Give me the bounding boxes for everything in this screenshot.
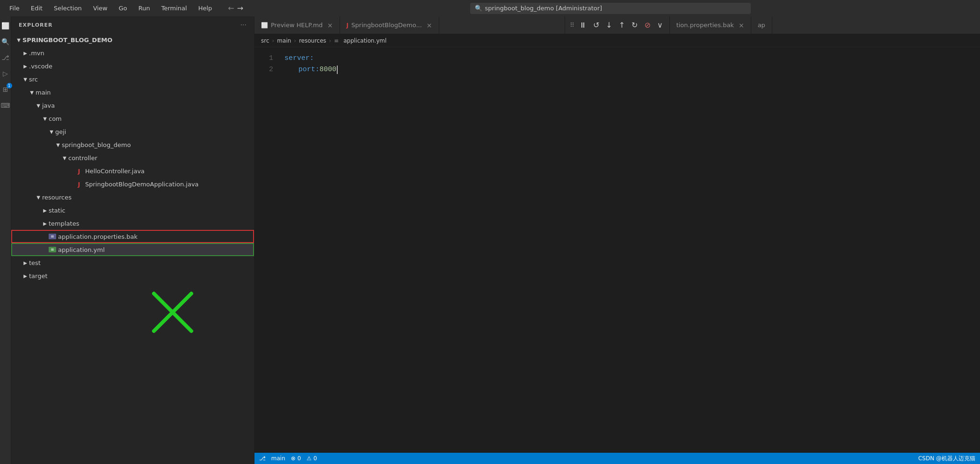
tree-item-vscode[interactable]: .vscode — [11, 59, 254, 73]
tab-preview-close[interactable]: × — [327, 22, 333, 29]
breadcrumb-src[interactable]: src — [261, 37, 269, 44]
tabs-section: ⬜ Preview HELP.md × J SpringbootBlogDemo… — [254, 16, 565, 34]
activity-git-icon[interactable]: ⎇ — [0, 52, 11, 63]
code-port-keyword: port: — [298, 64, 319, 75]
toolbar-pause-btn[interactable]: ⏸ — [577, 20, 588, 30]
tree-item-geji[interactable]: geji — [11, 125, 254, 138]
preview-tab-icon: ⬜ — [261, 22, 268, 29]
tab-springboot[interactable]: J SpringbootBlogDemo... × — [340, 16, 439, 34]
main-chevron — [28, 88, 36, 96]
geji-chevron — [48, 128, 55, 135]
breadcrumb: src › main › resources › ≡ application.y… — [254, 34, 980, 47]
search-icon: 🔍 — [475, 5, 482, 12]
sidebar: EXPLORER ··· SPRINGBOOT_BLOG_DEMO .mvn — [11, 16, 254, 464]
yml-icon — [49, 247, 56, 252]
java-folder-label: java — [42, 102, 55, 109]
java-folder-chevron — [35, 102, 42, 109]
menu-bar: File Edit Selection View Go Run Terminal… — [0, 0, 980, 16]
tree-item-java-folder[interactable]: java — [11, 99, 254, 112]
activity-files-icon[interactable]: ⬜ — [0, 20, 11, 31]
code-line-2: port: 8000 — [284, 64, 980, 75]
status-warnings-icon: ⚠ 0 — [306, 455, 317, 462]
tab-springboot-label: SpringbootBlogDemo... — [351, 22, 422, 29]
breadcrumb-sep1: › — [272, 37, 275, 44]
sidebar-more-icon[interactable]: ··· — [240, 21, 247, 29]
tree-item-static[interactable]: static — [11, 204, 254, 217]
target-label: target — [29, 273, 48, 280]
springbootapp-label: SpringbootBlogDemoApplication.java — [85, 181, 199, 188]
sidebar-header: EXPLORER ··· — [11, 16, 254, 31]
menu-help[interactable]: Help — [194, 3, 217, 14]
svg-line-0 — [154, 294, 191, 331]
breadcrumb-filename[interactable]: application.yml — [343, 37, 386, 44]
menu-edit[interactable]: Edit — [26, 3, 47, 14]
java-icon-hello: J — [75, 167, 83, 175]
search-bar[interactable]: 🔍 springboot_blog_demo [Administrator] — [470, 3, 751, 14]
java-icon-app: J — [75, 180, 83, 188]
tree-item-springboot-folder[interactable]: springboot_blog_demo — [11, 138, 254, 151]
tree-item-main[interactable]: main — [11, 86, 254, 99]
tree-item-hellocontroller[interactable]: J HelloController.java — [11, 164, 254, 177]
menu-terminal[interactable]: Terminal — [157, 3, 192, 14]
tree-item-controller[interactable]: controller — [11, 151, 254, 164]
toolbar-refresh-btn[interactable]: ↻ — [630, 20, 639, 30]
code-editor[interactable]: 1 2 server: port: 8000 — [254, 47, 980, 453]
tab-preview-help[interactable]: ⬜ Preview HELP.md × — [254, 16, 340, 34]
tab-springboot-close[interactable]: × — [427, 22, 432, 29]
toolbar-section: ⠿ ⏸ ↺ ↓ ↑ ↻ ⊘ ∨ — [565, 16, 669, 34]
line-num-1: 1 — [254, 53, 273, 64]
tab-properties-bak[interactable]: tion.properties.bak × — [670, 16, 751, 34]
menu-go[interactable]: Go — [114, 3, 132, 14]
vscode-label: .vscode — [29, 63, 52, 70]
properties-bak-label: application.properties.bak — [58, 233, 138, 240]
breadcrumb-resources[interactable]: resources — [299, 37, 326, 44]
activity-search-icon[interactable]: 🔍 — [0, 36, 11, 47]
templates-chevron — [41, 220, 49, 227]
status-author-label: CSDN @机器人迈克猫 — [918, 455, 975, 463]
activity-remote-icon[interactable]: ⌨ — [0, 100, 11, 111]
tree-item-src[interactable]: src — [11, 73, 254, 86]
tree-item-templates[interactable]: templates — [11, 217, 254, 230]
green-x-annotation — [152, 291, 194, 335]
forward-icon[interactable]: → — [237, 4, 243, 13]
code-content[interactable]: server: port: 8000 — [278, 47, 980, 453]
menu-view[interactable]: View — [88, 3, 112, 14]
root-chevron — [15, 36, 22, 44]
menu-run[interactable]: Run — [134, 3, 155, 14]
tree-item-application-yml[interactable]: application.yml — [11, 243, 254, 256]
tree-item-target[interactable]: target — [11, 269, 254, 282]
static-chevron — [41, 206, 49, 214]
activity-extensions-icon[interactable]: ⊞ — [0, 84, 11, 95]
tree-item-springbootapp[interactable]: J SpringbootBlogDemoApplication.java — [11, 177, 254, 191]
menu-file[interactable]: File — [5, 3, 24, 14]
code-server-keyword: server: — [284, 53, 314, 64]
tab-ap-label: ap — [758, 22, 765, 29]
main-label: main — [36, 89, 51, 96]
toolbar-up-btn[interactable]: ↑ — [617, 20, 627, 30]
status-errors-icon: ⊗ 0 — [291, 455, 301, 462]
code-line-1: server: — [284, 53, 980, 64]
activity-debug-icon[interactable]: ▷ — [0, 68, 11, 79]
static-label: static — [49, 207, 65, 214]
tree-root[interactable]: SPRINGBOOT_BLOG_DEMO — [11, 33, 254, 46]
tree-item-resources[interactable]: resources — [11, 191, 254, 204]
tabs-toolbar-bar: ⬜ Preview HELP.md × J SpringbootBlogDemo… — [254, 16, 980, 34]
hellocontroller-label: HelloController.java — [85, 168, 145, 175]
toolbar-more-btn[interactable]: ∨ — [655, 20, 665, 30]
tree-item-properties-bak[interactable]: application.properties.bak — [11, 230, 254, 243]
tab-properties-bak-close[interactable]: × — [739, 22, 744, 29]
menu-selection[interactable]: Selection — [49, 3, 87, 14]
code-indent — [284, 64, 298, 75]
toolbar-down-btn[interactable]: ↓ — [604, 20, 614, 30]
com-label: com — [49, 115, 62, 122]
tree-item-mvn[interactable]: .mvn — [11, 46, 254, 59]
tab-ap[interactable]: ap — [751, 16, 772, 34]
tree-item-com[interactable]: com — [11, 112, 254, 125]
sidebar-content-wrap: SPRINGBOOT_BLOG_DEMO .mvn .vscode src — [11, 31, 254, 464]
breadcrumb-main[interactable]: main — [277, 37, 291, 44]
tree-item-test[interactable]: test — [11, 256, 254, 269]
back-icon[interactable]: ← — [228, 4, 234, 13]
toolbar-stop-btn[interactable]: ⊘ — [643, 20, 653, 30]
toolbar-restart-btn[interactable]: ↺ — [591, 20, 601, 30]
line-num-2: 2 — [254, 64, 273, 75]
